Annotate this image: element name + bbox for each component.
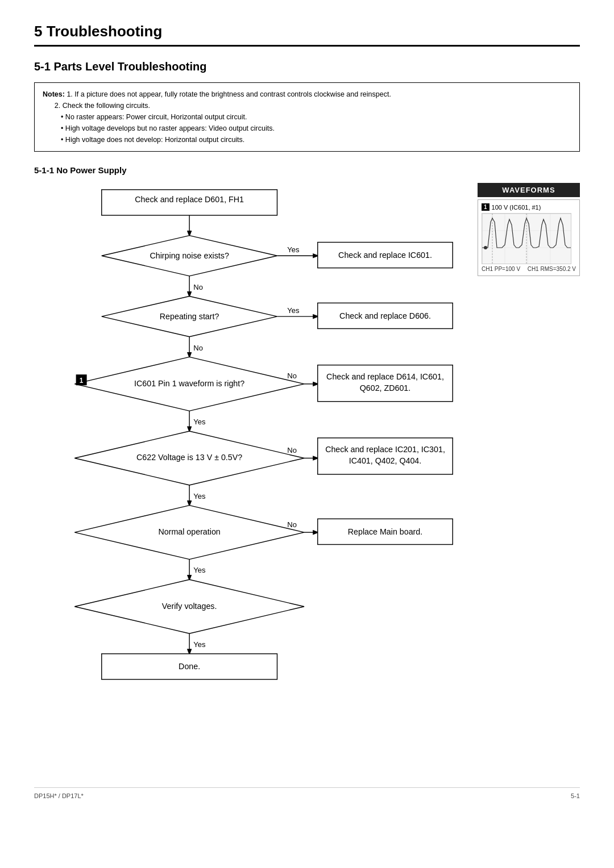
- notes-list: No raster appears: Power circuit, Horizo…: [61, 111, 571, 145]
- note1-text: 1. If a picture does not appear, fully r…: [67, 90, 391, 98]
- page-footer: DP15H* / DP17L* 5-1: [34, 787, 580, 799]
- waveform-footer-left: CH1 PP=100 V: [482, 266, 520, 272]
- waveform-label-text: 100 V (IC601, #1): [492, 204, 541, 211]
- svg-text:No: No: [193, 344, 203, 352]
- waveform-box: 1 100 V (IC601, #1): [478, 199, 580, 276]
- svg-text:IC601 Pin 1 waveform is right?: IC601 Pin 1 waveform is right?: [134, 379, 244, 388]
- svg-text:No: No: [287, 446, 297, 454]
- svg-text:Yes: Yes: [193, 418, 206, 426]
- svg-text:No: No: [287, 372, 297, 380]
- flowchart-section: Check and replace D601, FH1 Chirping noi…: [34, 183, 580, 765]
- notes-bullet-3: High voltage does not develop: Horizonta…: [61, 134, 571, 145]
- svg-text:Check and replace D606.: Check and replace D606.: [339, 311, 431, 320]
- footer-left: DP15H* / DP17L*: [34, 792, 84, 799]
- waveform-image: [482, 213, 571, 264]
- waveforms-header: WAVEFORMS: [478, 183, 580, 197]
- svg-text:1: 1: [80, 377, 84, 385]
- waveforms-panel: WAVEFORMS 1 100 V (IC601, #1): [478, 183, 580, 765]
- svg-text:No: No: [193, 283, 203, 291]
- chapter-title: 5 Troubleshooting: [34, 23, 580, 47]
- svg-text:Yes: Yes: [287, 306, 300, 315]
- svg-text:C622 Voltage is 13 V ± 0.5V?: C622 Voltage is 13 V ± 0.5V?: [136, 453, 242, 462]
- flowchart-main: Check and replace D601, FH1 Chirping noi…: [34, 183, 466, 765]
- waveform-num: 1: [482, 203, 489, 211]
- svg-text:Done.: Done.: [179, 662, 200, 671]
- note2-text: 2. Check the following circuits.: [55, 102, 150, 110]
- svg-rect-53: [482, 214, 571, 264]
- svg-text:Chirping noise exists?: Chirping noise exists?: [150, 251, 229, 260]
- svg-text:Replace Main board.: Replace Main board.: [348, 527, 423, 536]
- svg-point-61: [484, 246, 487, 249]
- section-title: 5-1 Parts Level Troubleshooting: [34, 60, 580, 73]
- flowchart-svg: Check and replace D601, FH1 Chirping noi…: [34, 183, 466, 763]
- svg-text:IC401, Q402, Q404.: IC401, Q402, Q404.: [349, 456, 422, 465]
- svg-text:Normal operation: Normal operation: [158, 527, 220, 536]
- waveform-label: 1 100 V (IC601, #1): [482, 203, 576, 211]
- svg-text:Check and replace D601, FH1: Check and replace D601, FH1: [135, 195, 244, 204]
- notes-bullet-2: High voltage develops but no raster appe…: [61, 123, 571, 134]
- waveform-footer-right: CH1 RMS=350.2 V: [528, 266, 576, 272]
- svg-text:Yes: Yes: [193, 492, 206, 500]
- svg-text:No: No: [287, 520, 297, 529]
- notes-box: Notes: 1. If a picture does not appear, …: [34, 82, 580, 152]
- svg-text:Yes: Yes: [287, 245, 300, 254]
- svg-text:Check and replace IC201, IC301: Check and replace IC201, IC301,: [325, 445, 445, 454]
- notes-bullet-1: No raster appears: Power circuit, Horizo…: [61, 111, 571, 123]
- footer-right: 5-1: [571, 792, 580, 799]
- svg-text:Verify voltages.: Verify voltages.: [162, 602, 217, 611]
- svg-text:Yes: Yes: [193, 566, 206, 574]
- svg-text:Yes: Yes: [193, 640, 206, 649]
- svg-text:Check and replace IC601.: Check and replace IC601.: [338, 251, 432, 260]
- svg-text:Check and replace D614, IC601,: Check and replace D614, IC601,: [326, 372, 444, 381]
- svg-text:Repeating start?: Repeating start?: [160, 312, 219, 321]
- notes-label: Notes:: [43, 90, 65, 98]
- subsection-title: 5-1-1 No Power Supply: [34, 165, 580, 175]
- waveform-footer: CH1 PP=100 V CH1 RMS=350.2 V: [482, 266, 576, 272]
- svg-text:Q602, ZD601.: Q602, ZD601.: [360, 383, 411, 393]
